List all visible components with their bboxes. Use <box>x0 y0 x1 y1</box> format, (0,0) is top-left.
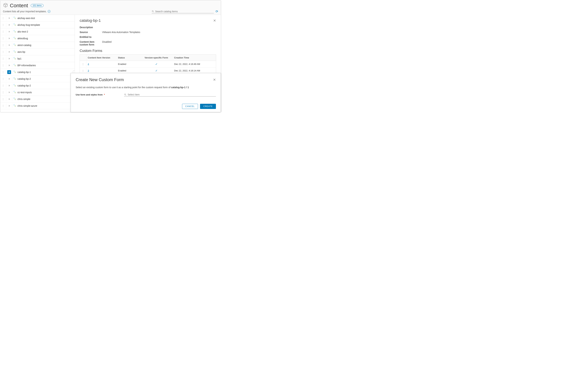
svg-rect-20 <box>13 77 15 79</box>
divider <box>6 56 6 61</box>
chevron-left-icon[interactable] <box>7 70 11 74</box>
select-item-input[interactable] <box>128 93 216 96</box>
check-icon: ✓ <box>155 69 158 72</box>
cell-vsform: ✓ <box>140 68 173 74</box>
drag-handle-icon[interactable]: ⋮ <box>1 64 5 67</box>
blueprint-icon <box>13 104 16 108</box>
detail-title-row: catalog-bp-1 ✕ <box>80 18 216 23</box>
drag-handle-icon[interactable]: ⋮ <box>1 104 5 107</box>
sidebar-item[interactable]: ⋮aks-test-2 <box>0 28 75 35</box>
sidebar-item[interactable]: ⋮chris-simple-azure <box>0 102 75 109</box>
chevron-right-icon[interactable] <box>7 16 11 20</box>
cell-version: 3 <box>86 68 117 73</box>
modal-input-wrap[interactable] <box>124 93 216 96</box>
kv-val-customform: Disabled <box>102 40 111 46</box>
chevron-right-icon[interactable] <box>7 57 11 61</box>
chevron-right-icon[interactable] <box>7 97 11 101</box>
create-button[interactable]: CREATE <box>200 104 216 109</box>
chevron-right-icon[interactable] <box>7 64 11 67</box>
divider <box>6 97 6 101</box>
modal-input-label-text: Use form and styles from <box>76 93 103 96</box>
table-row[interactable]: ⋮4Enabled✓Dec 22, 2022, 4:16:49 AM <box>80 61 216 67</box>
col-header-actions <box>80 55 86 61</box>
chevron-right-icon[interactable] <box>7 30 11 34</box>
svg-rect-17 <box>15 65 16 66</box>
col-header-version[interactable]: Content Item Version <box>86 55 117 61</box>
kv-key-entitled: Entitled to <box>80 36 102 38</box>
cancel-button[interactable]: CANCEL <box>182 104 198 109</box>
drag-handle-icon[interactable]: ⋮ <box>1 77 5 80</box>
svg-rect-26 <box>13 98 15 99</box>
svg-rect-27 <box>15 99 16 100</box>
sidebar-item[interactable]: ⋮aws-bp <box>0 49 75 55</box>
col-header-status[interactable]: Status <box>117 55 140 61</box>
drag-handle-icon[interactable]: ⋮ <box>1 71 5 74</box>
chevron-right-icon[interactable] <box>7 43 11 47</box>
drag-handle-icon[interactable]: ⋮ <box>1 57 5 60</box>
blueprint-icon <box>13 50 16 54</box>
sidebar-item[interactable]: ⋮aktestbug <box>0 35 75 42</box>
search-input[interactable] <box>155 10 214 13</box>
sidebar[interactable]: ⋮akshay-aws-test⋮akshay-bug-template⋮aks… <box>0 15 75 110</box>
cell-time: Dec 22, 2022, 4:16:14 AM <box>173 68 216 73</box>
drag-handle-icon[interactable]: ⋮ <box>1 37 5 40</box>
col-header-vsform[interactable]: Version-specific Form <box>140 55 173 61</box>
chevron-right-icon[interactable] <box>7 91 11 94</box>
kv-key-description: Description <box>80 26 102 29</box>
chevron-right-icon[interactable] <box>7 84 11 88</box>
svg-rect-2 <box>13 17 15 18</box>
sidebar-item-label: catalog-bp-1 <box>18 71 31 74</box>
drag-handle-icon[interactable]: ⋮ <box>1 98 5 101</box>
header-top: Content 101 items <box>3 3 218 9</box>
sidebar-item[interactable]: ⋮cc-test-inputs <box>0 89 75 96</box>
chevron-right-icon[interactable] <box>7 23 11 27</box>
col-header-time[interactable]: Creation Time <box>173 55 216 61</box>
sidebar-item[interactable]: ⋮bp1 <box>0 55 75 62</box>
drag-handle-icon[interactable]: ⋮ <box>1 91 5 94</box>
sidebar-item-label: catalog-bp-2 <box>18 84 31 87</box>
search-box[interactable] <box>152 10 214 13</box>
svg-rect-4 <box>13 23 15 25</box>
chevron-right-icon[interactable] <box>7 50 11 54</box>
svg-rect-10 <box>13 44 15 45</box>
cell-version: 4 <box>86 61 117 67</box>
sidebar-item[interactable]: ⋮BP-infomediaries <box>0 62 75 69</box>
header-subtitle-wrap: Content lists all your imported template… <box>3 10 51 13</box>
kv-val-source: VMware Aria Automation Templates <box>102 31 140 34</box>
chevron-right-icon[interactable] <box>7 77 11 81</box>
sidebar-item[interactable]: ⋮catalog-bp-1 <box>0 69 75 75</box>
svg-line-1 <box>153 12 154 12</box>
drag-handle-icon[interactable]: ⋮ <box>1 30 5 33</box>
info-icon[interactable]: i <box>48 10 51 13</box>
sidebar-item[interactable]: ⋮atest-catalog <box>0 42 75 49</box>
sidebar-item[interactable]: ⋮chris-simple <box>0 96 75 102</box>
sidebar-item[interactable]: ⋮akshay-aws-test <box>0 15 75 22</box>
chevron-right-icon[interactable] <box>7 37 11 40</box>
modal-text-bold: catalog-bp-1 / 1 <box>171 86 189 89</box>
chevron-right-icon[interactable] <box>7 104 11 108</box>
modal-close-icon[interactable]: ✕ <box>213 78 216 82</box>
drag-handle-icon[interactable]: ⋮ <box>1 17 5 19</box>
row-actions-icon[interactable]: ⋮ <box>80 61 86 67</box>
version-link[interactable]: 4 <box>88 63 89 65</box>
sidebar-item[interactable]: ⋮catalog-bp-2 <box>0 82 75 89</box>
check-icon: ✓ <box>155 63 158 65</box>
detail-title: catalog-bp-1 <box>80 18 101 23</box>
sidebar-item[interactable]: ⋮akshay-bug-template <box>0 22 75 28</box>
version-link[interactable]: 3 <box>88 69 89 72</box>
blueprint-icon <box>13 43 16 47</box>
sidebar-item[interactable]: ⋮catalog-bp-2 <box>0 75 75 82</box>
drag-handle-icon[interactable]: ⋮ <box>1 44 5 46</box>
blueprint-icon <box>13 64 16 67</box>
sidebar-item-label: akshay-aws-test <box>18 17 35 19</box>
divider <box>6 30 6 34</box>
row-actions-icon[interactable]: ⋮ <box>80 68 86 73</box>
blueprint-icon <box>13 97 16 101</box>
drag-handle-icon[interactable]: ⋮ <box>1 84 5 87</box>
kv-source: Source VMware Aria Automation Templates <box>80 31 216 34</box>
refresh-icon[interactable]: ⟳ <box>216 9 218 13</box>
drag-handle-icon[interactable]: ⋮ <box>1 50 5 53</box>
divider <box>6 50 6 54</box>
close-icon[interactable]: ✕ <box>213 18 216 23</box>
drag-handle-icon[interactable]: ⋮ <box>1 24 5 26</box>
